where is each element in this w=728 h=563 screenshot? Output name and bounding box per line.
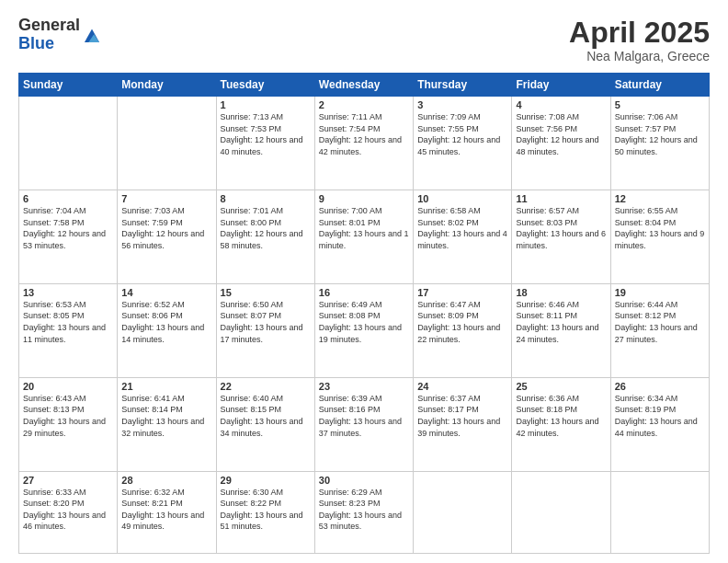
table-row: 18Sunrise: 6:46 AM Sunset: 8:11 PM Dayli… — [512, 283, 610, 377]
title-block: April 2025 Nea Malgara, Greece — [569, 17, 710, 63]
day-info: Sunrise: 6:58 AM Sunset: 8:02 PM Dayligh… — [417, 205, 507, 251]
table-row: 28Sunrise: 6:32 AM Sunset: 8:21 PM Dayli… — [118, 471, 216, 553]
day-number: 23 — [319, 381, 409, 392]
day-number: 26 — [615, 381, 705, 392]
day-info: Sunrise: 7:08 AM Sunset: 7:56 PM Dayligh… — [516, 111, 606, 157]
table-row: 1Sunrise: 7:13 AM Sunset: 7:53 PM Daylig… — [216, 97, 314, 190]
day-info: Sunrise: 7:00 AM Sunset: 8:01 PM Dayligh… — [319, 205, 409, 251]
table-row: 15Sunrise: 6:50 AM Sunset: 8:07 PM Dayli… — [216, 283, 314, 377]
day-number: 16 — [319, 287, 409, 298]
day-info: Sunrise: 7:03 AM Sunset: 7:59 PM Dayligh… — [121, 205, 211, 251]
table-row: 11Sunrise: 6:57 AM Sunset: 8:03 PM Dayli… — [512, 190, 610, 284]
day-number: 14 — [121, 287, 211, 298]
table-row: 17Sunrise: 6:47 AM Sunset: 8:09 PM Dayli… — [414, 283, 512, 377]
day-number: 15 — [221, 287, 311, 298]
table-row: 20Sunrise: 6:43 AM Sunset: 8:13 PM Dayli… — [19, 377, 118, 471]
day-info: Sunrise: 6:55 AM Sunset: 8:04 PM Dayligh… — [615, 205, 705, 251]
day-info: Sunrise: 6:30 AM Sunset: 8:22 PM Dayligh… — [221, 487, 311, 533]
day-info: Sunrise: 6:47 AM Sunset: 8:09 PM Dayligh… — [417, 299, 507, 345]
table-row — [610, 471, 709, 553]
day-info: Sunrise: 6:50 AM Sunset: 8:07 PM Dayligh… — [221, 299, 311, 345]
logo-icon — [82, 25, 102, 45]
day-info: Sunrise: 6:37 AM Sunset: 8:17 PM Dayligh… — [417, 393, 507, 439]
day-info: Sunrise: 6:46 AM Sunset: 8:11 PM Dayligh… — [516, 299, 606, 345]
day-info: Sunrise: 6:57 AM Sunset: 8:03 PM Dayligh… — [516, 205, 606, 251]
table-row: 24Sunrise: 6:37 AM Sunset: 8:17 PM Dayli… — [414, 377, 512, 471]
day-info: Sunrise: 6:32 AM Sunset: 8:21 PM Dayligh… — [121, 487, 211, 533]
calendar-title: April 2025 — [569, 17, 710, 49]
col-wednesday: Wednesday — [314, 74, 413, 97]
table-row — [512, 471, 610, 553]
table-row: 5Sunrise: 7:06 AM Sunset: 7:57 PM Daylig… — [610, 97, 709, 190]
day-number: 30 — [319, 475, 409, 486]
table-row: 21Sunrise: 6:41 AM Sunset: 8:14 PM Dayli… — [118, 377, 216, 471]
day-info: Sunrise: 6:39 AM Sunset: 8:16 PM Dayligh… — [319, 393, 409, 439]
logo: General Blue — [18, 17, 102, 53]
day-number: 10 — [417, 193, 507, 204]
day-number: 8 — [221, 193, 311, 204]
day-number: 28 — [121, 475, 211, 486]
col-saturday: Saturday — [610, 74, 709, 97]
day-number: 22 — [221, 381, 311, 392]
calendar-header-row: Sunday Monday Tuesday Wednesday Thursday… — [19, 74, 710, 97]
table-row: 26Sunrise: 6:34 AM Sunset: 8:19 PM Dayli… — [610, 377, 709, 471]
day-number: 11 — [516, 193, 606, 204]
day-number: 21 — [121, 381, 211, 392]
table-row: 29Sunrise: 6:30 AM Sunset: 8:22 PM Dayli… — [216, 471, 314, 553]
calendar-table: Sunday Monday Tuesday Wednesday Thursday… — [18, 73, 710, 554]
table-row: 7Sunrise: 7:03 AM Sunset: 7:59 PM Daylig… — [118, 190, 216, 284]
day-info: Sunrise: 7:11 AM Sunset: 7:54 PM Dayligh… — [319, 111, 409, 157]
day-number: 29 — [221, 475, 311, 486]
day-info: Sunrise: 6:40 AM Sunset: 8:15 PM Dayligh… — [221, 393, 311, 439]
day-number: 2 — [319, 99, 409, 110]
day-info: Sunrise: 6:33 AM Sunset: 8:20 PM Dayligh… — [23, 487, 113, 533]
day-number: 12 — [615, 193, 705, 204]
day-number: 17 — [417, 287, 507, 298]
table-row: 14Sunrise: 6:52 AM Sunset: 8:06 PM Dayli… — [118, 283, 216, 377]
day-info: Sunrise: 6:44 AM Sunset: 8:12 PM Dayligh… — [615, 299, 705, 345]
col-sunday: Sunday — [19, 74, 118, 97]
table-row: 22Sunrise: 6:40 AM Sunset: 8:15 PM Dayli… — [216, 377, 314, 471]
day-info: Sunrise: 6:41 AM Sunset: 8:14 PM Dayligh… — [121, 393, 211, 439]
table-row: 3Sunrise: 7:09 AM Sunset: 7:55 PM Daylig… — [414, 97, 512, 190]
day-info: Sunrise: 7:09 AM Sunset: 7:55 PM Dayligh… — [417, 111, 507, 157]
day-number: 1 — [221, 99, 311, 110]
day-number: 6 — [23, 193, 113, 204]
day-info: Sunrise: 6:43 AM Sunset: 8:13 PM Dayligh… — [23, 393, 113, 439]
day-info: Sunrise: 6:34 AM Sunset: 8:19 PM Dayligh… — [615, 393, 705, 439]
table-row: 13Sunrise: 6:53 AM Sunset: 8:05 PM Dayli… — [19, 283, 118, 377]
col-tuesday: Tuesday — [216, 74, 314, 97]
logo-blue-text: Blue — [18, 34, 54, 52]
logo-general-text: General — [18, 16, 80, 34]
day-number: 24 — [417, 381, 507, 392]
day-number: 9 — [319, 193, 409, 204]
table-row: 23Sunrise: 6:39 AM Sunset: 8:16 PM Dayli… — [314, 377, 413, 471]
day-number: 19 — [615, 287, 705, 298]
table-row: 12Sunrise: 6:55 AM Sunset: 8:04 PM Dayli… — [610, 190, 709, 284]
table-row: 8Sunrise: 7:01 AM Sunset: 8:00 PM Daylig… — [216, 190, 314, 284]
col-thursday: Thursday — [414, 74, 512, 97]
table-row: 6Sunrise: 7:04 AM Sunset: 7:58 PM Daylig… — [19, 190, 118, 284]
day-number: 13 — [23, 287, 113, 298]
day-info: Sunrise: 6:29 AM Sunset: 8:23 PM Dayligh… — [319, 487, 409, 533]
day-number: 18 — [516, 287, 606, 298]
day-number: 27 — [23, 475, 113, 486]
calendar-subtitle: Nea Malgara, Greece — [569, 49, 710, 63]
day-number: 4 — [516, 99, 606, 110]
day-info: Sunrise: 6:36 AM Sunset: 8:18 PM Dayligh… — [516, 393, 606, 439]
day-info: Sunrise: 6:49 AM Sunset: 8:08 PM Dayligh… — [319, 299, 409, 345]
table-row: 10Sunrise: 6:58 AM Sunset: 8:02 PM Dayli… — [414, 190, 512, 284]
day-info: Sunrise: 7:01 AM Sunset: 8:00 PM Dayligh… — [221, 205, 311, 251]
table-row: 9Sunrise: 7:00 AM Sunset: 8:01 PM Daylig… — [314, 190, 413, 284]
table-row — [118, 97, 216, 190]
day-number: 20 — [23, 381, 113, 392]
table-row: 25Sunrise: 6:36 AM Sunset: 8:18 PM Dayli… — [512, 377, 610, 471]
day-info: Sunrise: 7:04 AM Sunset: 7:58 PM Dayligh… — [23, 205, 113, 251]
day-info: Sunrise: 7:13 AM Sunset: 7:53 PM Dayligh… — [221, 111, 311, 157]
day-info: Sunrise: 7:06 AM Sunset: 7:57 PM Dayligh… — [615, 111, 705, 157]
day-info: Sunrise: 6:53 AM Sunset: 8:05 PM Dayligh… — [23, 299, 113, 345]
day-number: 5 — [615, 99, 705, 110]
table-row: 2Sunrise: 7:11 AM Sunset: 7:54 PM Daylig… — [314, 97, 413, 190]
table-row — [414, 471, 512, 553]
header: General Blue April 2025 Nea Malgara, Gre… — [18, 17, 710, 63]
